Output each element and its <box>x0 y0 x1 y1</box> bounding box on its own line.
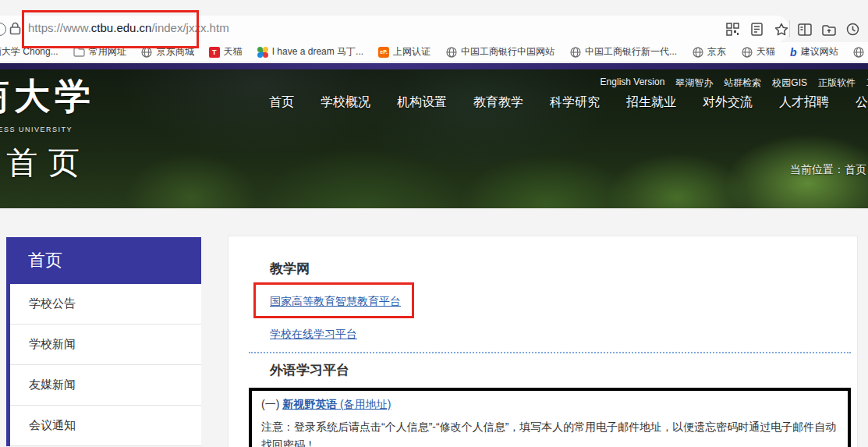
sidebar-item-meeting-notices[interactable]: 会议通知 <box>10 406 201 446</box>
bookmark-item[interactable]: 商大学 Chong... <box>0 45 58 59</box>
bookmark-item[interactable]: 常用网址 <box>73 45 126 59</box>
notice-text: 注意：登录系统后请点击“个人信息”-“修改个人信息”，填写本人的常用电子邮件地址… <box>261 418 838 447</box>
bookmark-item[interactable]: T 天猫 <box>209 45 243 59</box>
notice-box-heading: (一) 新视野英语 (备用地址) <box>261 398 838 412</box>
hero-banner: 商大学 USINESS UNIVERSITY English Version 翠… <box>0 69 868 208</box>
link-school-online-learning-platform[interactable]: 学校在线学习平台 <box>270 328 357 342</box>
breadcrumb: 当前位置：首页 <box>790 163 866 177</box>
toolbar-buttons <box>797 22 868 37</box>
nav-recruitment[interactable]: 人才招聘 <box>779 94 829 111</box>
nav-clipped[interactable]: 公 <box>856 94 868 111</box>
nav-organizations[interactable]: 机构设置 <box>397 94 447 111</box>
bookmark-label: 商大学 Chong... <box>0 45 58 59</box>
toolbar-divider <box>789 20 790 37</box>
site-top-strip <box>0 63 868 69</box>
url-text[interactable]: https://www.ctbu.edu.cn/index/jxzx.htm <box>28 21 229 34</box>
bookmark-label: 天猫 <box>756 45 775 59</box>
section-title-foreign-language-platform: 外语学习平台 <box>270 361 349 379</box>
bookmark-label: 京东商城 <box>157 45 194 59</box>
pinwheel-icon <box>257 47 268 58</box>
bookmark-label: 中国工商银行中国网站 <box>461 45 554 59</box>
link-backup-address[interactable]: (备用地址) <box>337 398 391 410</box>
link-campus-gis[interactable]: 校园GIS <box>772 76 807 90</box>
bookmarks-bar: 商大学 Chong... 常用网址 京东商城 T 天猫 I have a dre… <box>0 42 868 62</box>
university-logo-en: USINESS UNIVERSITY <box>0 126 73 133</box>
sidebar-item-school-notices[interactable]: 学校公告 <box>10 284 201 325</box>
address-bar-actions <box>725 22 788 37</box>
globe-icon <box>692 46 703 58</box>
link-national-smart-education-platform[interactable]: 国家高等教育智慧教育平台 <box>270 295 401 309</box>
nav-international[interactable]: 对外交流 <box>703 94 753 111</box>
collections-icon[interactable] <box>821 22 836 37</box>
bookmark-label: 天猫 <box>224 45 243 59</box>
favorite-star-icon[interactable] <box>774 22 788 37</box>
sidebar-item-media-news[interactable]: 友媒新闻 <box>10 365 201 406</box>
globe-icon <box>569 46 581 58</box>
main-navigation: 首页 学校概况 机构设置 教育教学 科学研究 招生就业 对外交流 人才招聘 公 <box>269 94 868 111</box>
item-number: (一) <box>261 398 282 410</box>
content-card: 教学网 国家高等教育智慧教育平台 学校在线学习平台 外语学习平台 (一) 新视野… <box>228 236 858 447</box>
nav-admissions[interactable]: 招生就业 <box>626 94 676 111</box>
nav-school-overview[interactable]: 学校概况 <box>321 94 370 111</box>
url-domain: ctbu.edu.cn <box>91 21 152 34</box>
reading-view-icon[interactable] <box>749 22 764 37</box>
section-title-teaching-net: 教学网 <box>270 260 310 278</box>
globe-icon <box>445 46 457 58</box>
browser-toolbar: https://www.ctbu.edu.cn/index/jxzx.htm <box>0 0 868 42</box>
dotted-divider <box>249 352 851 353</box>
link-cuihu-zhiban[interactable]: 翠湖智办 <box>675 76 713 90</box>
nav-education-teaching[interactable]: 教育教学 <box>473 94 523 111</box>
globe-icon <box>141 46 153 58</box>
bookmark-label: 京东 <box>707 45 726 59</box>
url-path: /index/jxzx.htm <box>151 21 229 34</box>
globe-icon <box>741 46 753 58</box>
bookmark-item[interactable]: 京东 <box>692 45 726 59</box>
nav-home[interactable]: 首页 <box>269 94 294 111</box>
history-clock-icon[interactable] <box>845 22 860 37</box>
bookmark-item[interactable]: eP. 上网认证 <box>378 45 430 59</box>
browser-window: https://www.ctbu.edu.cn/index/jxzx.htm <box>0 0 868 447</box>
link-english-version[interactable]: English Version <box>601 76 665 90</box>
utility-links: English Version 翠湖智办 站群检索 校园GIS 正版软件 工 <box>601 76 868 90</box>
bookmark-label: 中国工商银行新一代... <box>585 45 677 59</box>
tmall-icon: T <box>209 47 220 58</box>
link-site-search[interactable]: 站群检索 <box>724 76 761 90</box>
sidebar-item-school-news[interactable]: 学校新闻 <box>10 325 201 365</box>
bookmark-item[interactable]: 教学网 <box>853 45 868 59</box>
ep-icon: eP. <box>378 47 389 58</box>
bookmark-label: 常用网址 <box>89 45 126 59</box>
folder-icon <box>73 46 85 58</box>
link-new-horizon-english[interactable]: 新视野英语 <box>282 398 337 410</box>
bookmark-label: 上网认证 <box>393 45 430 59</box>
nav-research[interactable]: 科学研究 <box>550 94 600 111</box>
lock-icon[interactable] <box>9 22 21 38</box>
sidebar: 首页 学校公告 学校新闻 友媒新闻 会议通知 <box>6 237 201 446</box>
bookmark-item[interactable]: 天猫 <box>741 45 775 59</box>
bookmark-item[interactable]: b 建议网站 <box>790 45 838 59</box>
sidebar-list: 学校公告 学校新闻 友媒新闻 会议通知 <box>6 284 201 446</box>
university-logo-cn: 商大学 <box>0 73 95 121</box>
bing-icon: b <box>790 46 797 59</box>
url-scheme: https://www. <box>28 21 91 34</box>
bookmark-item[interactable]: 京东商城 <box>141 45 194 59</box>
globe-icon <box>853 46 865 58</box>
qr-code-icon[interactable] <box>725 22 740 37</box>
link-genuine-software[interactable]: 正版软件 <box>818 76 856 90</box>
notice-box: (一) 新视野英语 (备用地址) 注意：登录系统后请点击“个人信息”-“修改个人… <box>249 388 851 447</box>
page-title: 首页 <box>6 141 90 184</box>
sidebar-header[interactable]: 首页 <box>6 237 201 284</box>
split-screen-icon[interactable] <box>797 22 812 37</box>
bookmark-label: 建议网站 <box>801 45 838 59</box>
bookmark-item[interactable]: I have a dream 马丁... <box>257 45 363 59</box>
bookmark-item[interactable]: 中国工商银行新一代... <box>569 45 677 59</box>
bookmark-item[interactable]: 中国工商银行中国网站 <box>445 45 554 59</box>
bookmark-label: I have a dream 马丁... <box>272 45 363 59</box>
